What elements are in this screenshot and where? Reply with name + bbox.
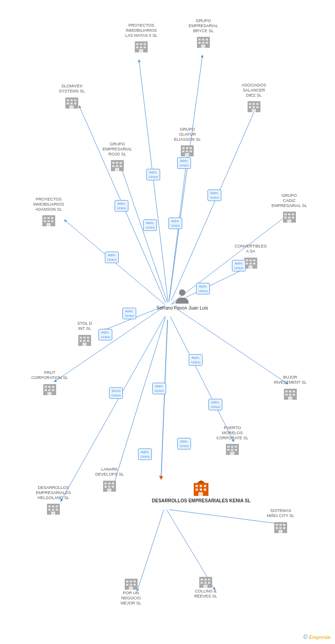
svg-rect-135 (104, 483, 107, 484)
label-puerto-morelos: PUERTOMORELOSCORPORATE SL (216, 426, 248, 440)
svg-rect-120 (289, 391, 291, 392)
svg-rect-155 (279, 527, 282, 529)
svg-point-19 (179, 289, 185, 296)
svg-rect-143 (48, 506, 51, 507)
svg-rect-25 (200, 489, 202, 491)
node-slomivex: SLOMIVEXSYSTEMS SL (59, 84, 85, 109)
svg-rect-26 (204, 489, 206, 491)
svg-rect-172 (133, 584, 136, 586)
svg-rect-115 (48, 389, 51, 391)
adm-badge-4[interactable]: Adm.Unico (143, 219, 157, 231)
svg-rect-64 (186, 147, 188, 149)
adm-badge-11[interactable]: Adm.Unico (98, 329, 112, 340)
central-company[interactable]: DESARROLLOS EMPRESARIALES KENIA SL (152, 479, 251, 504)
node-stol-int: STOL DINT SL (77, 321, 92, 347)
svg-rect-50 (67, 103, 69, 104)
svg-rect-36 (144, 46, 146, 48)
adm-badge-3[interactable]: Adm.Unico (115, 200, 128, 212)
node-grupo-rojo: GRUPOEMPRESARIALROJO SL (103, 142, 132, 172)
adm-badge-12[interactable]: Adm.Unico (189, 354, 202, 366)
svg-rect-159 (201, 579, 203, 581)
adm-badge-6[interactable]: Adm.Unico (168, 218, 182, 229)
svg-rect-124 (293, 394, 295, 396)
adm-badge-2[interactable]: Adm.Unico (177, 157, 191, 169)
svg-rect-71 (112, 162, 115, 164)
svg-rect-105 (87, 337, 89, 339)
svg-rect-164 (208, 582, 210, 584)
svg-rect-132 (235, 449, 237, 451)
svg-rect-127 (227, 446, 230, 448)
svg-rect-83 (47, 220, 50, 222)
svg-rect-73 (120, 162, 122, 164)
adm-badge-16[interactable]: Adm.Unico (138, 448, 152, 460)
socio-badge-1[interactable]: SocioÚnico (109, 387, 123, 399)
svg-rect-52 (74, 103, 76, 104)
label-proyectos-matas: PROYECTOSINMOBILIARIOSLAS MATAS II SL (125, 23, 157, 38)
building-desarrollos-helgoland (46, 501, 61, 516)
building-bujor (283, 386, 298, 401)
svg-rect-139 (108, 486, 110, 488)
svg-rect-58 (249, 106, 251, 108)
node-proyectos-matas: PROYECTOSINMOBILIARIOSLAS MATAS II SL (125, 23, 157, 53)
svg-rect-41 (206, 39, 208, 40)
svg-rect-60 (256, 106, 259, 108)
adm-badge-14[interactable]: Adm.Unico (208, 399, 222, 410)
adm-badge-1[interactable]: Adm.Unico (146, 169, 160, 180)
svg-rect-43 (202, 42, 204, 44)
label-collins-reeves: COLLINS &REEVES SL (194, 589, 217, 599)
svg-rect-53 (69, 105, 74, 109)
svg-rect-69 (185, 153, 189, 156)
svg-rect-163 (204, 582, 207, 584)
svg-rect-128 (231, 446, 233, 448)
svg-rect-47 (67, 99, 69, 101)
label-bujor: BUJORINVESTMENT SL (274, 375, 306, 385)
svg-rect-165 (203, 585, 208, 588)
svg-rect-133 (230, 452, 234, 455)
building-grupo-olafur (180, 143, 195, 157)
node-grupo-olafur: GRUPOOLAFURELIASSON SL (174, 127, 201, 157)
svg-line-5 (121, 166, 168, 303)
svg-rect-136 (108, 483, 110, 484)
svg-rect-147 (52, 509, 54, 511)
node-grupo-bryce: GRUPOEMPRESARIALBRYCE SL (189, 18, 218, 49)
svg-rect-107 (83, 340, 86, 342)
svg-rect-72 (116, 162, 118, 164)
svg-rect-108 (87, 340, 89, 342)
svg-rect-85 (46, 223, 51, 226)
svg-rect-67 (186, 150, 188, 152)
node-puerto-morelos: PUERTOMORELOSCORPORATE SL (216, 426, 248, 456)
svg-rect-106 (80, 340, 82, 342)
building-grupo-rojo (110, 157, 125, 172)
svg-rect-81 (51, 217, 53, 219)
building-lanark (102, 478, 117, 493)
adm-badge-10[interactable]: Adm.Unico (122, 308, 136, 319)
node-bujor: BUJORINVESTMENT SL (274, 375, 306, 401)
central-company-label: DESARROLLOS EMPRESARIALES KENIA SL (152, 498, 251, 504)
svg-rect-44 (206, 42, 208, 44)
building-asociados-salancer (247, 98, 261, 113)
svg-rect-56 (253, 103, 255, 105)
adm-badge-15[interactable]: Adm.Unico (177, 438, 191, 449)
node-desarrollos-helgoland: DESARROLLOSEMPRESARIALESHELGOLAND SL (36, 485, 71, 516)
svg-rect-152 (279, 524, 282, 526)
adm-badge-13[interactable]: Adm.Unico (152, 383, 166, 394)
svg-rect-79 (44, 217, 46, 219)
svg-rect-167 (126, 581, 128, 582)
adm-badge-9[interactable]: Adm.Unico (196, 283, 210, 294)
svg-rect-66 (182, 150, 185, 152)
adm-badge-8[interactable]: Adm.Unico (232, 260, 246, 271)
svg-rect-99 (249, 263, 252, 264)
svg-rect-88 (288, 213, 290, 215)
adm-badge-5[interactable]: Adm.Unico (208, 190, 221, 201)
label-grupo-olafur: GRUPOOLAFURELIASSON SL (174, 127, 201, 142)
svg-rect-48 (70, 99, 73, 101)
node-lanark: LANARKDEVELOPS SL (95, 467, 124, 493)
svg-rect-61 (252, 109, 256, 112)
adm-badge-7[interactable]: Adm.Unico (105, 252, 119, 263)
svg-rect-156 (283, 527, 285, 529)
svg-rect-90 (284, 217, 287, 218)
svg-rect-141 (107, 489, 111, 492)
svg-rect-77 (115, 168, 119, 171)
svg-rect-33 (144, 43, 146, 45)
label-grupo-rojo: GRUPOEMPRESARIALROJO SL (103, 142, 132, 156)
